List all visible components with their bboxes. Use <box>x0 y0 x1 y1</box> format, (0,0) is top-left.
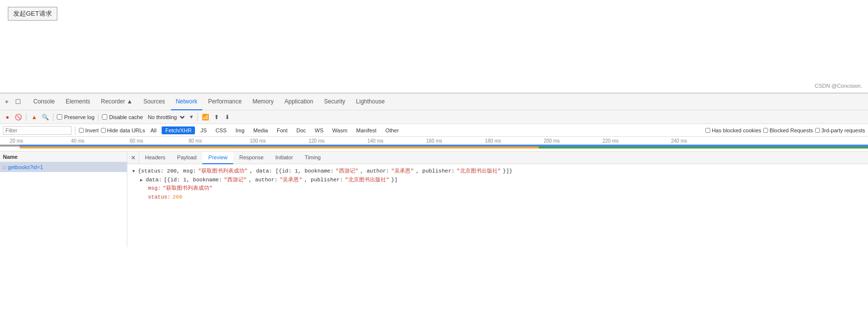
tl-220ms: 220 ms <box>603 138 619 144</box>
has-blocked-cookies-checkbox[interactable] <box>705 128 710 133</box>
tab-sources[interactable]: Sources <box>139 94 170 110</box>
filter-right: Has blocked cookies Blocked Requests 3rd… <box>705 127 865 133</box>
tab-network[interactable]: Network <box>171 94 202 110</box>
json-line-status: status: 200 <box>132 193 863 202</box>
filter-type-other[interactable]: Other <box>382 126 403 134</box>
upload-icon[interactable]: ⬆ <box>212 113 221 122</box>
timeline-labels: 20 ms 40 ms 60 ms 80 ms 100 ms 120 ms 14… <box>0 137 868 144</box>
filter-icon[interactable]: ▲ <box>30 113 39 122</box>
detail-tab-timing[interactable]: Timing <box>299 151 327 164</box>
tab-application[interactable]: Application <box>280 94 318 110</box>
toolbar-sep3 <box>98 113 98 121</box>
detail-tabs: ✕ Headers Payload Preview Response Initi… <box>127 151 868 164</box>
get-request-button[interactable]: 发起GET请求 <box>8 7 57 21</box>
name-panel-header: Name <box>0 151 127 162</box>
filter-type-font[interactable]: Font <box>273 126 291 134</box>
tl-160ms: 160 ms <box>426 138 442 144</box>
filter-type-fetchxhr[interactable]: Fetch/XHR <box>162 126 195 134</box>
detail-tab-payload[interactable]: Payload <box>171 151 203 164</box>
timeline-green-bar <box>539 147 868 149</box>
tab-lighthouse[interactable]: Lighthouse <box>351 94 390 110</box>
tl-40ms: 40 ms <box>71 138 84 144</box>
toolbar-sep4 <box>197 113 198 121</box>
search-icon[interactable]: 🔍 <box>41 113 49 122</box>
json-line-root: ▼ {status: 200, msg: "获取图书列表成功" , data: … <box>132 167 863 176</box>
tab-elements[interactable]: Elements <box>61 94 95 110</box>
filter-type-img[interactable]: Img <box>232 126 248 134</box>
json-line-data: ▶ data: [{id: 1, bookname: "西游记" , autho… <box>132 176 863 185</box>
row-checkbox-icon: □ <box>3 165 6 170</box>
network-row-getbooks[interactable]: □ getbooks?id=1 <box>0 162 127 172</box>
hide-data-urls-checkbox[interactable] <box>101 128 106 133</box>
devtools-icons: ⌖ ☐ <box>2 98 23 106</box>
json-line-msg: msg: "获取图书列表成功" <box>132 184 863 193</box>
hide-data-urls-label[interactable]: Hide data URLs <box>101 127 145 133</box>
filter-type-all[interactable]: All <box>147 126 160 134</box>
device-icon[interactable]: ☐ <box>14 98 23 106</box>
invert-checkbox[interactable] <box>79 128 84 133</box>
devtools-tab-bar: ⌖ ☐ Console Elements Recorder ▲ Sources … <box>0 94 868 110</box>
network-toolbar: ● 🚫 ▲ 🔍 Preserve log Disable cache No th… <box>0 110 868 124</box>
detail-tab-headers[interactable]: Headers <box>139 151 171 164</box>
tl-60ms: 60 ms <box>130 138 143 144</box>
tl-200ms: 200 ms <box>544 138 560 144</box>
tab-console[interactable]: Console <box>28 94 60 110</box>
page-area: 发起GET请求 CSDN @Concision. <box>0 0 868 93</box>
invert-label[interactable]: Invert <box>79 127 99 133</box>
timeline-bars <box>0 145 868 150</box>
timeline-area: 20 ms 40 ms 60 ms 80 ms 100 ms 120 ms 14… <box>0 137 868 151</box>
blocked-requests-label[interactable]: Blocked Requests <box>763 127 813 133</box>
filter-type-wasm[interactable]: Wasm <box>329 126 351 134</box>
tab-performance[interactable]: Performance <box>203 94 247 110</box>
network-body: Name □ getbooks?id=1 ✕ Headers Payload P… <box>0 151 868 247</box>
data-collapse-arrow[interactable]: ▶ <box>140 177 143 184</box>
name-panel: Name □ getbooks?id=1 <box>0 151 127 247</box>
filter-input[interactable] <box>3 126 72 135</box>
detail-tab-preview[interactable]: Preview <box>202 151 233 164</box>
throttle-select[interactable]: No throttling <box>145 113 186 121</box>
filter-type-ws[interactable]: WS <box>312 126 327 134</box>
third-party-label[interactable]: 3rd-party requests <box>815 127 865 133</box>
tl-100ms: 100 ms <box>250 138 266 144</box>
preserve-log-label[interactable]: Preserve log <box>57 114 95 120</box>
download-icon[interactable]: ⬇ <box>223 113 232 122</box>
filter-type-doc[interactable]: Doc <box>293 126 310 134</box>
devtools-panel: ⌖ ☐ Console Elements Recorder ▲ Sources … <box>0 93 868 247</box>
detail-panel: ✕ Headers Payload Preview Response Initi… <box>127 151 868 247</box>
tl-180ms: 180 ms <box>485 138 501 144</box>
cursor-icon[interactable]: ⌖ <box>2 98 11 106</box>
filter-bar: Invert Hide data URLs All Fetch/XHR JS C… <box>0 124 868 137</box>
disable-cache-label[interactable]: Disable cache <box>102 114 143 120</box>
clear-button[interactable]: 🚫 <box>14 113 23 122</box>
toolbar-sep2 <box>53 113 53 121</box>
tl-80ms: 80 ms <box>189 138 202 144</box>
filter-type-media[interactable]: Media <box>250 126 271 134</box>
filter-type-css[interactable]: CSS <box>212 126 230 134</box>
tl-240ms: 240 ms <box>671 138 687 144</box>
third-party-checkbox[interactable] <box>815 128 820 133</box>
has-blocked-cookies-label[interactable]: Has blocked cookies <box>705 127 761 133</box>
record-button[interactable]: ● <box>3 113 12 122</box>
tl-140ms: 140 ms <box>367 138 384 144</box>
watermark: CSDN @Concision. <box>815 83 862 89</box>
tab-memory[interactable]: Memory <box>247 94 278 110</box>
json-preview: ▼ {status: 200, msg: "获取图书列表成功" , data: … <box>127 164 868 204</box>
wifi-icon[interactable]: 📶 <box>201 113 210 122</box>
tab-security[interactable]: Security <box>319 94 350 110</box>
timeline-gray-bar <box>0 145 20 147</box>
tl-120ms: 120 ms <box>309 138 325 144</box>
blocked-requests-checkbox[interactable] <box>763 128 768 133</box>
disable-cache-checkbox[interactable] <box>102 114 107 120</box>
tl-20ms: 20 ms <box>10 138 23 144</box>
preserve-log-checkbox[interactable] <box>57 114 62 120</box>
tab-recorder[interactable]: Recorder ▲ <box>96 94 138 110</box>
filter-type-js[interactable]: JS <box>197 126 210 134</box>
detail-tab-initiator[interactable]: Initiator <box>269 151 299 164</box>
throttle-arrow[interactable]: ▼ <box>189 114 194 120</box>
filter-sep1 <box>75 126 75 134</box>
root-collapse-arrow[interactable]: ▼ <box>132 168 135 175</box>
filter-type-manifest[interactable]: Manifest <box>353 126 380 134</box>
detail-close-button[interactable]: ✕ <box>127 152 139 164</box>
detail-tab-response[interactable]: Response <box>233 151 269 164</box>
toolbar-sep1 <box>26 113 26 121</box>
